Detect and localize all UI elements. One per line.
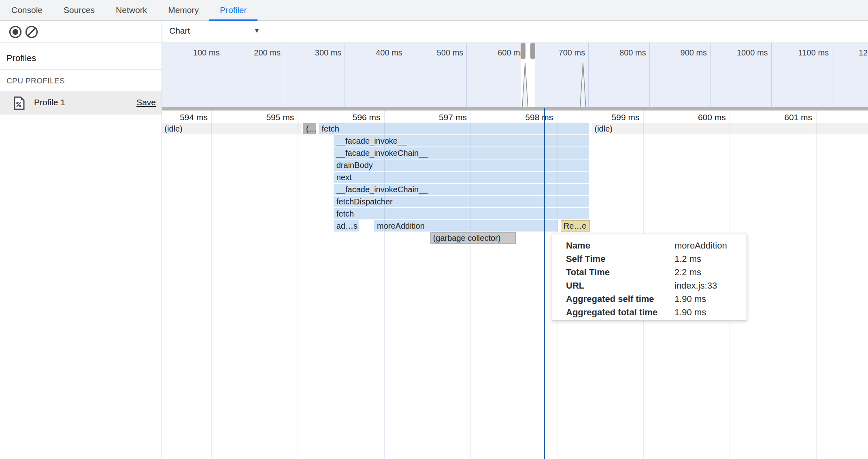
flame-block-facade-invokechain[interactable]: __facade_invokeChain__ [334,147,589,159]
overview-tick-label: 900 ms [658,48,707,57]
view-mode-select[interactable]: Chart ▼ [169,21,270,42]
tab-sources[interactable]: Sources [53,0,105,21]
ruler-tick-label: 597 ms [418,113,467,122]
tooltip-value: 2.2 ms [674,267,701,280]
flame-block-ad-s[interactable]: ad…s [334,220,359,232]
timeline-overview[interactable]: 100 ms200 ms300 ms400 ms500 ms600 ms700 … [162,43,868,107]
tooltip-label: Total Time [566,267,674,280]
overview-tick-label: 1100 ms [780,48,829,57]
flame-block-drainbody[interactable]: drainBody [334,159,589,171]
overview-separator [649,43,650,107]
ruler-tick-label: 596 ms [332,113,381,122]
tooltip-value: index.js:33 [674,280,717,294]
tooltip-row: NamemoreAddition [566,240,742,254]
overview-separator [832,43,832,107]
tooltip-label: URL [566,280,674,294]
tooltip-value: 1.90 ms [674,307,706,321]
tooltip-value: 1.90 ms [674,294,706,307]
tooltip-label: Aggregated total time [566,307,674,321]
overview-tick-label: 700 ms [536,48,585,57]
ruler-tick-label: 601 ms [764,113,812,122]
cpu-activity-spike [522,62,528,107]
profiles-heading: Profiles [6,53,36,64]
tab-network[interactable]: Network [105,0,157,21]
overview-tick-label: 800 ms [598,48,646,57]
detail-time-ruler: 594 ms595 ms596 ms597 ms598 ms599 ms600 … [162,110,868,123]
record-button[interactable] [9,26,22,38]
overview-bottom-strip [162,107,868,110]
save-profile-link[interactable]: Save [136,98,156,107]
ruler-tick-label: 594 ms [162,113,208,122]
tooltip-label: Aggregated self time [566,294,674,307]
timeline-gridline [298,110,298,459]
view-mode-label: Chart [169,26,190,36]
flame-block-[interactable]: (… [303,123,316,134]
frame-tooltip: NamemoreAdditionSelf Time1.2 msTotal Tim… [552,234,747,321]
overview-tick-label: 200 ms [232,48,281,57]
overview-tick-label: 500 ms [415,48,463,57]
tooltip-row: Self Time1.2 ms [566,254,742,267]
flame-block-facade-invokechain[interactable]: __facade_invokeChain__ [334,184,589,195]
overview-separator [710,43,711,107]
tooltip-row: Aggregated self time1.90 ms [566,294,742,307]
timeline-gridline [211,110,212,459]
overview-separator [406,43,406,107]
tooltip-label: Name [566,240,674,254]
ruler-tick-label: 599 ms [591,113,640,122]
flame-block-facade-invoke[interactable]: __facade_invoke__ [334,135,589,147]
overview-separator [345,43,345,107]
overview-tick-label: 100 ms [171,48,219,57]
tooltip-value: moreAddition [674,240,727,254]
cpu-activity-spike [580,62,586,107]
devtools-tab-bar: ConsoleSourcesNetworkMemoryProfiler [0,0,868,21]
tooltip-label: Self Time [566,254,674,267]
tooltip-row: URLindex.js:33 [566,280,742,294]
flame-block-fetchdispatcher[interactable]: fetchDispatcher [334,196,589,207]
flame-block-re-e[interactable]: Re…e [561,220,590,232]
overview-separator [588,43,589,107]
playhead-line [544,108,545,459]
overview-tick-label: 600 ms [476,48,524,57]
overview-separator [284,43,284,107]
flame-block-fetch[interactable]: fetch [319,123,589,134]
tab-console[interactable]: Console [1,0,53,21]
overview-tick-label: 400 ms [354,48,402,57]
flame-block-garbage-collector[interactable]: (garbage collector) [430,232,516,244]
profile-list-item[interactable]: ′ Profile 1 Save [0,91,162,115]
tooltip-row: Aggregated total time1.90 ms [566,307,742,321]
overview-tick-label: 300 ms [293,48,341,57]
overview-tick-label: 1000 ms [719,48,768,57]
timeline-gridline [816,110,817,459]
profiler-toolbar: Chart ▼ [0,21,868,43]
overview-separator [223,43,223,107]
clear-profiles-button[interactable] [25,26,38,38]
flame-block-idle[interactable]: (idle) [162,123,302,134]
flame-block-moreaddition[interactable]: moreAddition [374,220,558,232]
selection-handle-left[interactable] [521,43,525,59]
overview-tick-label: 1200 ms [841,48,868,57]
overview-separator [466,43,467,107]
tab-memory[interactable]: Memory [157,0,209,21]
flame-block-idle[interactable]: (idle) [592,123,868,134]
ruler-tick-label: 595 ms [245,113,294,122]
profile-name: Profile 1 [34,98,65,107]
tooltip-value: 1.2 ms [674,254,701,267]
tooltip-row: Total Time2.2 ms [566,267,742,280]
ruler-tick-label: 600 ms [677,113,726,122]
flame-chart-stage: 100 ms200 ms300 ms400 ms500 ms600 ms700 … [162,43,868,459]
profiles-sidebar: Profiles CPU PROFILES ′ Profile 1 Save [0,43,162,459]
flame-block-next[interactable]: next [334,172,589,183]
ruler-tick-label: 598 ms [504,113,553,122]
overview-separator [771,43,772,107]
flame-block-fetch[interactable]: fetch [334,208,589,219]
sidebar-divider [0,69,162,70]
profile-document-icon: ′ [13,96,25,110]
chevron-down-icon: ▼ [253,27,260,35]
selection-handle-right[interactable] [530,43,535,59]
cpu-profiles-section-heading: CPU PROFILES [6,76,65,85]
tab-profiler[interactable]: Profiler [209,0,257,21]
